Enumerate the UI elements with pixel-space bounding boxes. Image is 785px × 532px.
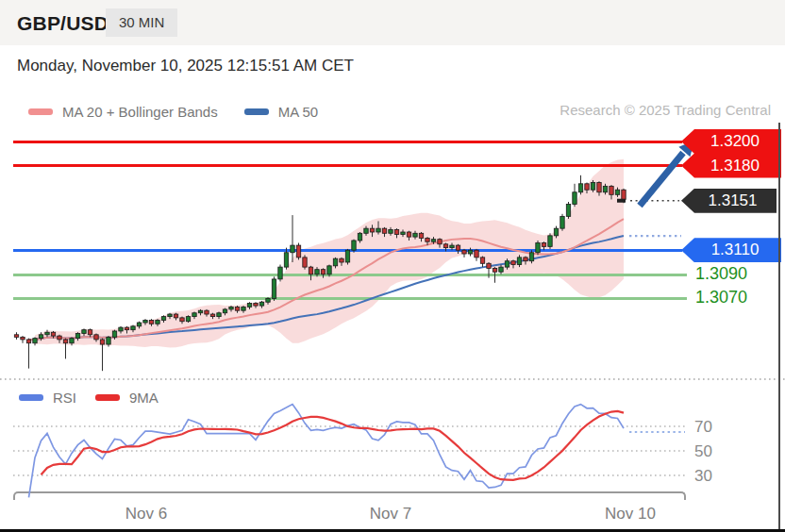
research-watermark: Research © 2025 Trading Central — [560, 102, 771, 118]
ma20-bollinger-swatch-icon — [28, 108, 53, 115]
support-line-1-3070 — [13, 297, 687, 300]
rsi-scale-50: 50 — [694, 442, 732, 461]
legend-label: RSI — [53, 390, 76, 406]
legend-item-ma50: MA 50 — [244, 104, 319, 120]
legend-label: 9MA — [129, 390, 159, 406]
timeframe-badge: 30 MIN — [106, 8, 177, 37]
price-rsi-chart-layer — [0, 0, 785, 532]
resistance-line-1-3200 — [13, 141, 682, 143]
x-tick-nov7: Nov 7 — [353, 505, 428, 524]
resistance-value: 1.3180 — [710, 157, 760, 175]
rsi-scale-30: 30 — [694, 467, 732, 486]
x-tick-nov10: Nov 10 — [593, 505, 668, 524]
bollinger-band-layer — [0, 0, 785, 532]
legend-item-9ma: 9MA — [95, 390, 159, 406]
x-tick-nov6: Nov 6 — [109, 505, 184, 524]
resistance-tag: 1.3180 — [681, 154, 781, 178]
support-line-1-3090 — [13, 274, 687, 276]
support-value: 1.3110 — [711, 241, 760, 258]
price-legend: MA 20 + Bollinger Bands MA 50 — [28, 104, 318, 120]
header-bar: GBP/USD 30 MIN — [0, 0, 785, 45]
rsi-legend: RSI 9MA — [19, 390, 159, 406]
widget-right-border — [778, 123, 780, 532]
ma50-swatch-icon — [244, 108, 269, 115]
last-price-value: 1.3151 — [709, 191, 758, 209]
resistance-value: 1.3200 — [710, 132, 760, 150]
legend-label: MA 50 — [278, 104, 319, 120]
rsi-swatch-icon — [19, 394, 43, 401]
support-line-1-3110 — [13, 249, 682, 252]
forex-chart-widget: GBP/USD 30 MIN Monday, November 10, 2025… — [0, 0, 785, 532]
last-price-tag: 1.3151 — [681, 189, 777, 213]
resistance-line-1-3180 — [13, 164, 682, 167]
rsi-scale-70: 70 — [694, 418, 732, 437]
resistance-tag: 1.3200 — [681, 129, 781, 154]
legend-item-ma20-bollinger: MA 20 + Bollinger Bands — [28, 104, 218, 120]
support-label: 1.3070 — [695, 288, 771, 308]
legend-item-rsi: RSI — [19, 390, 76, 406]
support-tag: 1.3110 — [681, 238, 781, 262]
symbol-title: GBP/USD — [17, 12, 109, 35]
legend-label: MA 20 + Bollinger Bands — [62, 104, 218, 120]
nine-ma-swatch-icon — [95, 394, 120, 401]
support-label: 1.3090 — [695, 264, 771, 285]
x-axis-bracket — [13, 491, 686, 500]
chart-timestamp: Monday, November 10, 2025 12:15:51 AM CE… — [17, 57, 354, 75]
